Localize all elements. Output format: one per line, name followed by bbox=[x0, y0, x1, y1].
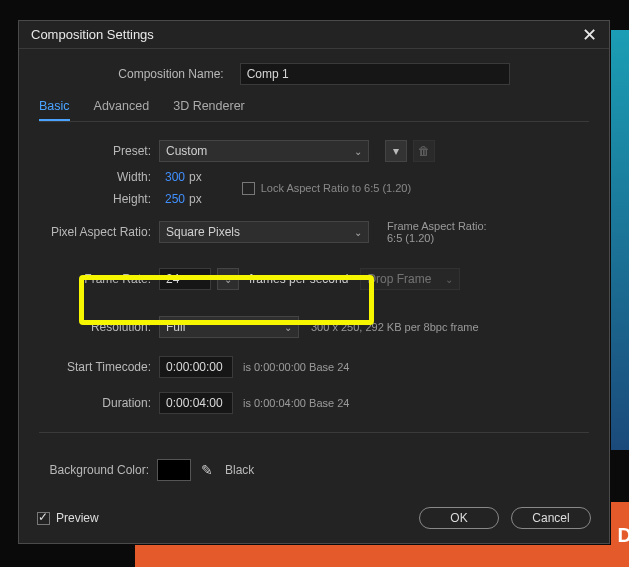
eyedropper-icon[interactable]: ✎ bbox=[201, 462, 213, 478]
delete-preset-icon: 🗑 bbox=[413, 140, 435, 162]
composition-name-row: Composition Name: bbox=[39, 63, 589, 85]
resolution-label: Resolution: bbox=[39, 320, 159, 334]
drop-frame-value: Drop Frame bbox=[367, 272, 431, 286]
tabs-bar: Basic Advanced 3D Renderer bbox=[39, 99, 589, 122]
resolution-value: Full bbox=[166, 320, 185, 334]
frame-rate-row: Frame Rate: ⌄ frames per second Drop Fra… bbox=[39, 268, 589, 290]
height-label: Height: bbox=[39, 192, 159, 206]
chevron-down-icon: ⌄ bbox=[354, 146, 362, 157]
width-label: Width: bbox=[39, 170, 159, 184]
width-unit: px bbox=[189, 170, 202, 184]
height-value[interactable]: 250 bbox=[165, 192, 185, 206]
preset-value: Custom bbox=[166, 144, 207, 158]
ok-button[interactable]: OK bbox=[419, 507, 499, 529]
frame-rate-label: Frame Rate: bbox=[39, 272, 159, 286]
dimensions-block: Width: 300 px Height: 250 px Lock Aspect… bbox=[39, 170, 589, 206]
far-value: 6:5 (1.20) bbox=[387, 232, 487, 244]
composition-name-label: Composition Name: bbox=[118, 67, 231, 81]
background-teal-strip bbox=[611, 30, 629, 450]
lock-aspect-ratio-label: Lock Aspect Ratio to 6:5 (1.20) bbox=[261, 182, 411, 194]
par-label: Pixel Aspect Ratio: bbox=[39, 225, 159, 239]
frame-aspect-ratio-block: Frame Aspect Ratio: 6:5 (1.20) bbox=[387, 220, 487, 244]
tab-3d-renderer[interactable]: 3D Renderer bbox=[173, 99, 245, 121]
preview-label: Preview bbox=[56, 511, 99, 525]
par-value: Square Pixels bbox=[166, 225, 240, 239]
duration-label: Duration: bbox=[39, 396, 159, 410]
start-timecode-input[interactable] bbox=[159, 356, 233, 378]
cancel-button[interactable]: Cancel bbox=[511, 507, 591, 529]
width-row: Width: 300 px bbox=[39, 170, 202, 184]
background-color-swatch[interactable] bbox=[157, 459, 191, 481]
chevron-down-icon: ⌄ bbox=[284, 322, 292, 333]
far-label: Frame Aspect Ratio: bbox=[387, 220, 487, 232]
divider bbox=[39, 432, 589, 433]
background-color-name: Black bbox=[225, 463, 254, 477]
tab-advanced[interactable]: Advanced bbox=[94, 99, 150, 121]
resolution-select[interactable]: Full ⌄ bbox=[159, 316, 299, 338]
preset-label: Preset: bbox=[39, 144, 159, 158]
start-timecode-row: Start Timecode: is 0:00:00:00 Base 24 bbox=[39, 356, 589, 378]
tab-basic[interactable]: Basic bbox=[39, 99, 70, 121]
par-select[interactable]: Square Pixels ⌄ bbox=[159, 221, 369, 243]
duration-row: Duration: is 0:00:04:00 Base 24 bbox=[39, 392, 589, 414]
resolution-info: 300 x 250, 292 KB per 8bpc frame bbox=[311, 321, 479, 333]
frame-rate-dropdown[interactable]: ⌄ bbox=[217, 268, 239, 290]
chevron-down-icon: ⌄ bbox=[224, 274, 232, 285]
height-unit: px bbox=[189, 192, 202, 206]
close-icon[interactable]: ✕ bbox=[582, 26, 597, 44]
chevron-down-icon: ⌄ bbox=[354, 227, 362, 238]
duration-input[interactable] bbox=[159, 392, 233, 414]
drop-frame-select: Drop Frame ⌄ bbox=[360, 268, 460, 290]
preset-select[interactable]: Custom ⌄ bbox=[159, 140, 369, 162]
dialog-body: Composition Name: Basic Advanced 3D Rend… bbox=[19, 49, 609, 499]
dialog-titlebar: Composition Settings ✕ bbox=[19, 21, 609, 49]
checkbox-icon bbox=[37, 512, 50, 525]
frame-rate-unit: frames per second bbox=[249, 272, 348, 286]
background-color-row: Background Color: ✎ Black bbox=[39, 459, 589, 481]
lock-aspect-ratio-checkbox[interactable]: Lock Aspect Ratio to 6:5 (1.20) bbox=[242, 182, 411, 195]
start-timecode-info: is 0:00:00:00 Base 24 bbox=[243, 361, 349, 373]
preset-row: Preset: Custom ⌄ ▾ 🗑 bbox=[39, 140, 589, 162]
start-timecode-label: Start Timecode: bbox=[39, 360, 159, 374]
frame-rate-input[interactable] bbox=[159, 268, 211, 290]
width-value[interactable]: 300 bbox=[165, 170, 185, 184]
background-color-label: Background Color: bbox=[39, 463, 157, 477]
dialog-title: Composition Settings bbox=[31, 27, 154, 42]
resolution-row: Resolution: Full ⌄ 300 x 250, 292 KB per… bbox=[39, 316, 589, 338]
checkbox-icon bbox=[242, 182, 255, 195]
height-row: Height: 250 px bbox=[39, 192, 202, 206]
composition-name-input[interactable] bbox=[240, 63, 510, 85]
composition-settings-dialog: Composition Settings ✕ Composition Name:… bbox=[18, 20, 610, 544]
save-preset-icon[interactable]: ▾ bbox=[385, 140, 407, 162]
background-letter: D bbox=[618, 524, 629, 547]
duration-info: is 0:00:04:00 Base 24 bbox=[243, 397, 349, 409]
preview-checkbox[interactable]: Preview bbox=[37, 511, 99, 525]
pixel-aspect-ratio-row: Pixel Aspect Ratio: Square Pixels ⌄ Fram… bbox=[39, 220, 589, 244]
background-orange-strip-bottom bbox=[135, 545, 612, 567]
dialog-footer: Preview OK Cancel bbox=[19, 499, 609, 543]
chevron-down-icon: ⌄ bbox=[445, 274, 453, 285]
